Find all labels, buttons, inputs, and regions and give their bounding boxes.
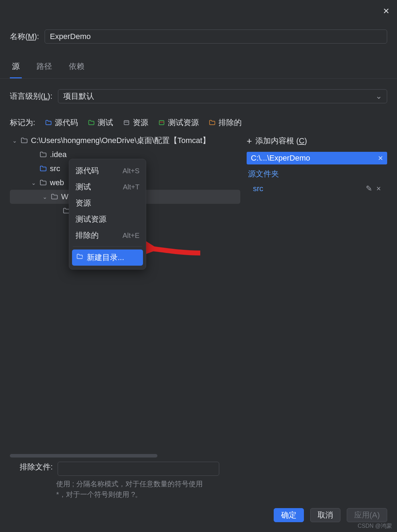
chevron-down-icon[interactable]: ⌄ — [11, 137, 18, 144]
mark-test-resource[interactable]: 测试资源 — [158, 117, 199, 128]
mark-excluded[interactable]: 排除的 — [209, 117, 242, 128]
watermark: CSDN @鸿蒙 — [358, 523, 392, 530]
name-input[interactable] — [45, 30, 387, 44]
ctx-test[interactable]: 测试Alt+T — [69, 179, 146, 195]
source-folder-item[interactable]: src ✎ × — [247, 183, 387, 194]
folder-icon — [39, 179, 47, 187]
folder-orange-icon — [209, 119, 216, 126]
folder-icon — [39, 151, 47, 158]
language-level-value: 项目默认 — [63, 91, 94, 102]
tab-source[interactable]: 源 — [10, 58, 22, 78]
source-folders-header: 源文件夹 — [247, 168, 387, 180]
svg-rect-2 — [159, 121, 164, 125]
apply-button[interactable]: 应用(A) — [347, 508, 387, 522]
language-level-label: 语言级别(L): — [10, 91, 52, 102]
tree-root[interactable]: ⌄C:\Users\hongmeng\OneDrive\桌面\配置【Tomcat… — [10, 134, 240, 148]
content-root-row[interactable]: C:\...\ExperDemo × — [247, 152, 387, 164]
tab-deps[interactable]: 依赖 — [67, 58, 86, 78]
close-icon[interactable]: × — [383, 5, 389, 17]
ctx-resource[interactable]: 资源 — [69, 195, 146, 211]
content-root-path: C:\...\ExperDemo — [251, 154, 310, 163]
tab-path[interactable]: 路径 — [34, 58, 54, 78]
resource-icon — [123, 119, 130, 126]
name-label: 名称(M): — [10, 31, 39, 42]
folder-icon — [51, 193, 58, 201]
language-level-select[interactable]: 项目默认 ⌄ — [58, 89, 387, 103]
plus-icon: + — [247, 136, 252, 145]
folder-green-icon — [88, 119, 95, 126]
tabs: 源 路径 依赖 — [0, 58, 397, 79]
ctx-test-resource[interactable]: 测试资源 — [69, 211, 146, 227]
cancel-button[interactable]: 取消 — [310, 508, 340, 522]
ctx-new-directory[interactable]: 新建目录... — [72, 249, 143, 266]
add-content-root[interactable]: + 添加内容根 (C) — [247, 134, 387, 148]
exclude-files-input[interactable] — [58, 462, 219, 476]
chevron-down-icon[interactable]: ⌄ — [30, 180, 37, 186]
mark-test[interactable]: 测试 — [88, 117, 113, 128]
ctx-source[interactable]: 源代码Alt+S — [69, 163, 146, 179]
folder-blue-icon — [45, 119, 52, 126]
mark-resource[interactable]: 资源 — [123, 117, 148, 128]
separator — [73, 246, 142, 247]
remove-icon[interactable]: × — [376, 184, 381, 193]
context-menu: 源代码Alt+S 测试Alt+T 资源 测试资源 排除的Alt+E 新建目录..… — [69, 159, 146, 270]
edit-icon[interactable]: ✎ — [366, 184, 372, 193]
ok-button[interactable]: 确定 — [274, 508, 304, 522]
horizontal-scroll-indicator[interactable] — [10, 454, 157, 458]
new-folder-icon — [76, 253, 83, 262]
exclude-files-hint: 使用 ; 分隔名称模式，对于任意数量的符号使用 *，对于一个符号则使用 ?。 — [10, 476, 207, 500]
remove-root-icon[interactable]: × — [378, 153, 383, 163]
svg-rect-0 — [124, 121, 129, 125]
test-resource-icon — [158, 119, 165, 126]
mark-as-label: 标记为: — [10, 117, 35, 128]
chevron-down-icon[interactable]: ⌄ — [41, 194, 48, 200]
folder-icon — [20, 137, 28, 144]
ctx-excluded[interactable]: 排除的Alt+E — [69, 227, 146, 244]
folder-blue-icon — [39, 165, 47, 173]
chevron-down-icon: ⌄ — [376, 92, 382, 101]
mark-source[interactable]: 源代码 — [45, 117, 78, 128]
exclude-files-label: 排除文件: — [20, 462, 53, 472]
